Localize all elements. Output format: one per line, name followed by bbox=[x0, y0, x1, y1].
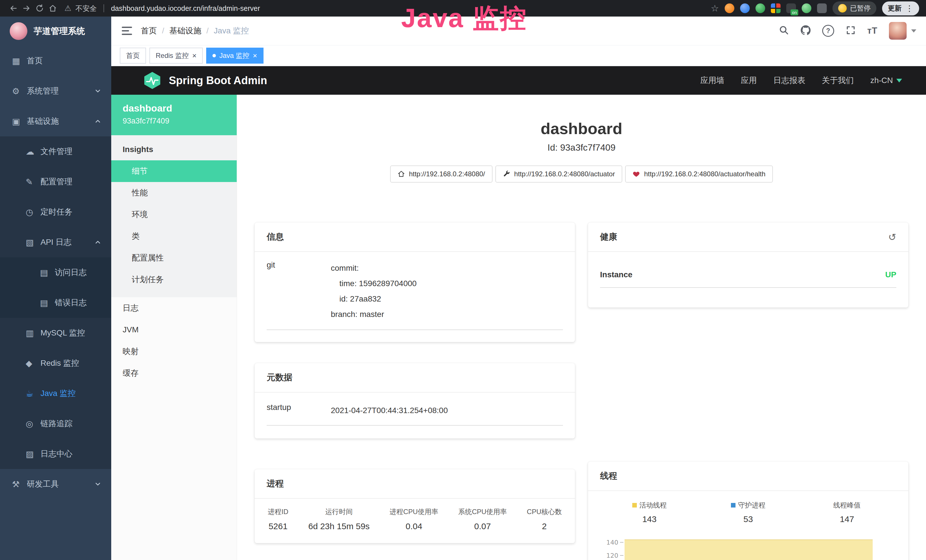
sidebar-item-jobs[interactable]: 定时任务 bbox=[0, 197, 111, 227]
close-icon[interactable]: × bbox=[253, 52, 257, 59]
sba-item-caches[interactable]: 缓存 bbox=[111, 362, 237, 384]
sba-item-environment[interactable]: 环境 bbox=[111, 204, 237, 226]
sidebar-item-error-log[interactable]: 错误日志 bbox=[0, 288, 111, 318]
sba-item-mappings[interactable]: 映射 bbox=[111, 341, 237, 362]
threads-legend: 活动线程 143 守护进程 bbox=[600, 501, 896, 524]
bookmark-star-icon[interactable] bbox=[711, 3, 719, 14]
github-icon[interactable] bbox=[800, 25, 811, 36]
security-label[interactable]: 不安全 bbox=[75, 4, 97, 13]
process-stats: 进程ID 5261 运行时间 6d 23h 15m 59s 进程CPU使用率 bbox=[267, 507, 563, 531]
sidebar-item-system[interactable]: 系统管理 bbox=[0, 76, 111, 106]
address-bar[interactable]: 不安全 dashboard.yudao.iocoder.cn/infra/adm… bbox=[65, 4, 260, 13]
menu-dots-icon[interactable] bbox=[905, 4, 914, 13]
extension-switch-icon[interactable]: on bbox=[786, 3, 796, 13]
extension-green-icon[interactable] bbox=[755, 3, 765, 13]
fullscreen-icon[interactable] bbox=[846, 25, 856, 36]
sba-nav-journal[interactable]: 日志报表 bbox=[773, 75, 805, 86]
tab-redis-monitor[interactable]: Redis 监控 × bbox=[150, 48, 203, 64]
caret-down-icon bbox=[911, 29, 916, 33]
extension-orange-icon[interactable] bbox=[725, 3, 734, 13]
redis-icon bbox=[26, 358, 41, 368]
tab-home[interactable]: 首页 bbox=[120, 48, 146, 64]
edit-icon bbox=[26, 177, 41, 187]
breadcrumb-separator: / bbox=[162, 26, 164, 35]
sidebar-item-infra[interactable]: 基础设施 bbox=[0, 106, 111, 136]
health-row-instance[interactable]: Instance UP bbox=[600, 270, 896, 288]
sba-locale-select[interactable]: zh-CN bbox=[870, 76, 902, 85]
sba-brand[interactable]: Spring Boot Admin bbox=[143, 71, 267, 89]
sidebar-toggle-icon[interactable] bbox=[121, 25, 133, 37]
link-service-url[interactable]: http://192.168.0.2:48080/ bbox=[390, 165, 493, 183]
extension-grid-icon[interactable] bbox=[771, 3, 781, 13]
sidebar-item-api-log[interactable]: API 日志 bbox=[0, 227, 111, 257]
sidebar-item-files[interactable]: 文件管理 bbox=[0, 136, 111, 166]
card-health-header: 健康 bbox=[588, 222, 908, 252]
user-menu[interactable] bbox=[889, 22, 916, 40]
sidebar-item-log-center[interactable]: 日志中心 bbox=[0, 439, 111, 469]
card-process: 进程 进程ID 5261 运行时间 bbox=[255, 469, 575, 543]
sba-item-scheduled-tasks[interactable]: 计划任务 bbox=[111, 269, 237, 291]
sba-logo-icon bbox=[143, 71, 162, 89]
close-icon[interactable]: × bbox=[192, 52, 197, 59]
info-value: commit: time: 1596289704000 id: 27aa832 … bbox=[331, 260, 417, 322]
sba-item-jvm[interactable]: JVM bbox=[111, 319, 237, 341]
card-process-body: 进程ID 5261 运行时间 6d 23h 15m 59s 进程CPU使用率 bbox=[255, 499, 575, 543]
svg-text:140: 140 bbox=[606, 539, 618, 546]
sba-nav-applications[interactable]: 应用 bbox=[741, 75, 757, 86]
font-size-icon[interactable] bbox=[867, 26, 878, 36]
tab-java-monitor[interactable]: Java 监控 × bbox=[206, 48, 263, 64]
back-button[interactable] bbox=[7, 2, 20, 15]
forward-button[interactable] bbox=[20, 2, 33, 15]
sidebar-item-home[interactable]: 首页 bbox=[0, 45, 111, 76]
legend-peak-threads: 线程峰值 147 bbox=[798, 501, 896, 524]
sidebar-item-mysql[interactable]: MySQL 监控 bbox=[0, 318, 111, 348]
security-warning-icon[interactable] bbox=[65, 4, 71, 13]
breadcrumb-home[interactable]: 首页 bbox=[141, 26, 157, 36]
document-icon bbox=[40, 268, 55, 278]
link-health-url[interactable]: http://192.168.0.2:48080/actuator/health bbox=[625, 165, 773, 183]
chrome-update-button[interactable]: 更新 bbox=[882, 2, 919, 15]
extension-blue-drop-icon[interactable] bbox=[740, 3, 750, 13]
stat-system-cpu: 系统CPU使用率 0.07 bbox=[457, 507, 508, 531]
sba-item-classes[interactable]: 类 bbox=[111, 226, 237, 247]
chevron-up-icon bbox=[94, 118, 101, 125]
app-title: 芋道管理系统 bbox=[34, 26, 85, 37]
sidebar-item-java-monitor[interactable]: Java 监控 bbox=[0, 378, 111, 409]
sba-content: dashboard Id: 93a3fc7f7409 http://192.16… bbox=[237, 95, 926, 560]
sba-item-metrics[interactable]: 性能 bbox=[111, 182, 237, 204]
sidebar-item-redis[interactable]: Redis 监控 bbox=[0, 348, 111, 378]
card-metadata-header: 元数据 bbox=[255, 363, 575, 392]
app-logo[interactable]: 芋道管理系统 bbox=[0, 17, 111, 45]
profile-paused-chip[interactable]: 已暂停 bbox=[832, 2, 876, 15]
search-icon[interactable] bbox=[779, 25, 789, 36]
instance-links: http://192.168.0.2:48080/ http://192.168… bbox=[255, 165, 908, 183]
sba-item-loggers[interactable]: 日志 bbox=[111, 297, 237, 319]
file-icon bbox=[26, 147, 41, 157]
sidebar-item-tracing[interactable]: 链路追踪 bbox=[0, 409, 111, 439]
legend-swatch-live bbox=[632, 503, 637, 507]
link-actuator-url[interactable]: http://192.168.0.2:48080/actuator bbox=[495, 165, 623, 183]
url-text[interactable]: dashboard.yudao.iocoder.cn/infra/admin-s… bbox=[111, 4, 260, 12]
reload-button[interactable] bbox=[33, 2, 46, 15]
breadcrumb-infra[interactable]: 基础设施 bbox=[169, 26, 201, 36]
extension-puzzle-icon[interactable] bbox=[817, 3, 827, 13]
sidebar-item-dev-tools[interactable]: 研发工具 bbox=[0, 469, 111, 499]
sba-nav-wallboard[interactable]: 应用墙 bbox=[701, 75, 724, 86]
browser-actions: on 已暂停 更新 bbox=[711, 2, 919, 15]
sba-instance-header[interactable]: dashboard 93a3fc7f7409 bbox=[111, 95, 237, 135]
sba-item-config-props[interactable]: 配置属性 bbox=[111, 247, 237, 269]
sba-item-details[interactable]: 细节 bbox=[111, 160, 237, 182]
sba-sidebar: dashboard 93a3fc7f7409 Insights 细节 性能 环境… bbox=[111, 95, 237, 560]
extension-on-badge: on bbox=[791, 9, 798, 15]
sidebar-item-access-log[interactable]: 访问日志 bbox=[0, 257, 111, 288]
extension-leaf-icon[interactable] bbox=[802, 3, 811, 13]
sba-header: Spring Boot Admin 应用墙 应用 日志报表 关于我们 zh-CN bbox=[111, 66, 926, 95]
home-button[interactable] bbox=[46, 2, 59, 15]
sidebar-item-config[interactable]: 配置管理 bbox=[0, 166, 111, 197]
history-icon[interactable] bbox=[888, 232, 897, 243]
database-icon bbox=[26, 328, 41, 338]
dashboard-icon bbox=[12, 56, 27, 66]
stat-cpu-cores: CPU核心数 2 bbox=[526, 507, 563, 531]
sba-nav-about[interactable]: 关于我们 bbox=[822, 75, 854, 86]
help-icon[interactable] bbox=[822, 25, 834, 37]
